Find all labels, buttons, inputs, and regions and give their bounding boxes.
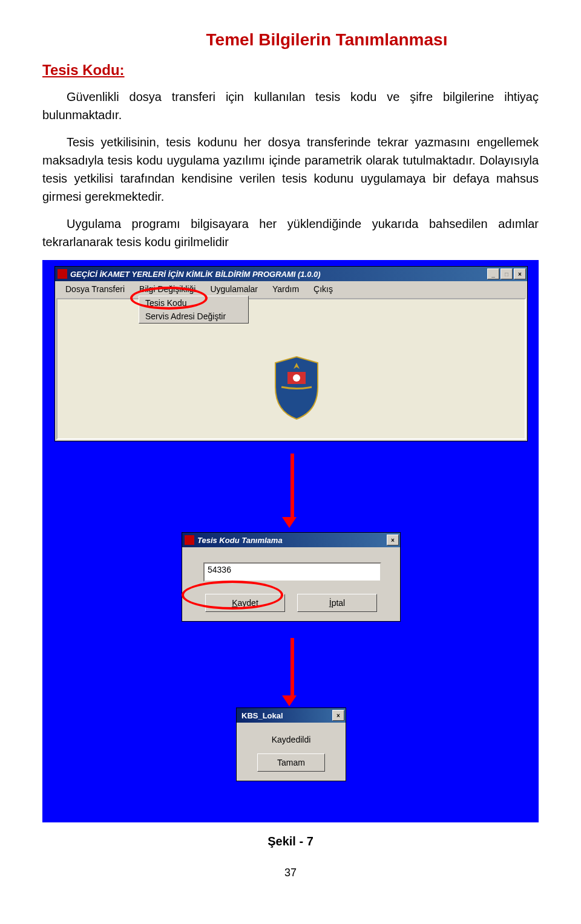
menu-uygulamalar[interactable]: Uygulamalar — [203, 283, 265, 295]
arrow-down-2 — [287, 638, 297, 706]
tesis-kodu-input[interactable]: 54336 — [203, 562, 381, 582]
svg-point-1 — [293, 374, 300, 382]
app-icon — [57, 269, 67, 279]
msgbox-titlebar: KBS_Lokal × — [237, 708, 346, 723]
dialog-title: Tesis Kodu Tanımlama — [197, 536, 283, 545]
window-title: GEÇİCİ İKAMET YERLERİ İÇİN KİMLİK BİLDİR… — [70, 270, 321, 279]
content-area — [56, 298, 526, 440]
titlebar: GEÇİCİ İKAMET YERLERİ İÇİN KİMLİK BİLDİR… — [55, 267, 527, 281]
jandarma-logo — [269, 354, 324, 420]
minimize-button[interactable]: _ — [487, 268, 499, 279]
msgbox-message: Kaydedildi — [243, 735, 340, 744]
arrow-down-1 — [287, 454, 297, 528]
page-title: Temel Bilgilerin Tanımlanması — [115, 30, 539, 50]
paragraph-1: Güvenlikli dosya transferi için kullanıl… — [42, 88, 539, 124]
blue-overlay-rect — [281, 631, 300, 637]
msgbox-close-button[interactable]: × — [332, 710, 344, 721]
menu-dosya-transferi[interactable]: Dosya Transferi — [58, 283, 132, 295]
highlight-ellipse-2 — [182, 581, 283, 610]
menu-yardim[interactable]: Yardım — [265, 283, 306, 295]
dialog-icon — [185, 535, 194, 545]
maximize-button[interactable]: □ — [501, 268, 513, 279]
paragraph-3: Uygulama programı bilgisayara her yüklen… — [42, 215, 539, 251]
confirmation-dialog: KBS_Lokal × Kaydedildi Tamam — [236, 708, 346, 781]
tamam-button[interactable]: Tamam — [257, 753, 325, 772]
menu-cikis[interactable]: Çıkış — [306, 283, 340, 295]
menubar: Dosya Transferi Bilgi Değişikliği Uygula… — [55, 281, 527, 297]
close-button[interactable]: × — [514, 268, 526, 279]
figure-area: GEÇİCİ İKAMET YERLERİ İÇİN KİMLİK BİLDİR… — [42, 260, 539, 822]
dialog-close-button[interactable]: × — [387, 535, 399, 545]
figure-caption: Şekil - 7 — [42, 835, 539, 848]
iptal-button[interactable]: İptal — [297, 594, 377, 612]
menu-item-servis-adresi[interactable]: Servis Adresi Değiştir — [139, 310, 248, 323]
app-window: GEÇİCİ İKAMET YERLERİ İÇİN KİMLİK BİLDİR… — [54, 266, 528, 441]
section-label: Tesis Kodu: — [42, 62, 539, 79]
highlight-ellipse-1 — [130, 287, 208, 310]
dialog-titlebar: Tesis Kodu Tanımlama × — [182, 533, 400, 547]
msgbox-title: KBS_Lokal — [241, 711, 283, 720]
page-number: 37 — [42, 867, 539, 879]
paragraph-2: Tesis yetkilisinin, tesis kodunu her dos… — [42, 133, 539, 206]
